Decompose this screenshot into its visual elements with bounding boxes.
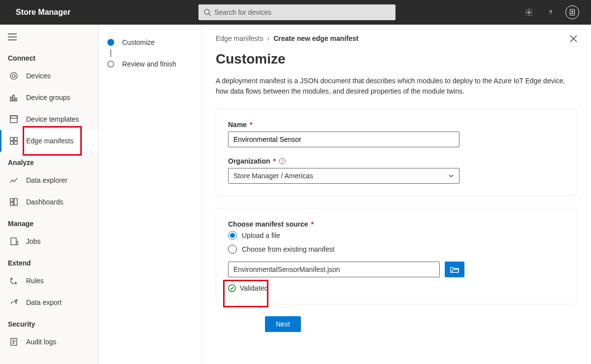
radio-checked-icon [228,231,237,240]
help-button[interactable]: ? [540,1,561,23]
svg-rect-22 [14,199,17,205]
svg-rect-14 [15,98,17,101]
nav-item-devices[interactable]: Devices [0,65,98,87]
svg-point-10 [10,72,17,79]
svg-point-2 [528,11,530,14]
file-name-display: EnvironmentalSensorManifest.json [228,262,440,277]
nav-item-audit-logs[interactable]: Audit logs [0,331,98,353]
step-label: Review and finish [122,60,176,68]
avatar-icon [568,8,577,17]
next-button[interactable]: Next [265,316,301,332]
source-label-text: Choose manifest source [228,220,308,228]
page-description: A deployment manifest is a JSON document… [216,76,577,97]
nav-item-label: Dashboards [26,198,64,206]
rules-icon [9,276,18,285]
data-export-icon [9,298,18,307]
svg-rect-24 [11,238,16,245]
close-button[interactable] [566,32,580,45]
nav-item-rules[interactable]: Rules [0,270,98,292]
account-button[interactable] [561,1,583,23]
org-label-text: Organization [228,157,270,165]
step-bullet-pending [107,61,114,67]
nav-toggle[interactable] [0,29,98,47]
help-icon: ? [546,8,555,17]
required-asterisk: * [311,220,314,228]
nav-section-security: Security [0,313,98,331]
radio-existing-manifest[interactable]: Choose from existing manifest [228,245,565,254]
nav-item-label: Data explorer [26,176,67,184]
radio-upload-file[interactable]: Upload a file [228,231,565,240]
step-customize[interactable]: Customize [107,35,193,49]
search-wrapper [198,4,395,20]
nav-item-device-groups[interactable]: Device groups [0,87,98,108]
svg-rect-16 [10,116,17,118]
step-review[interactable]: Review and finish [107,57,193,71]
svg-rect-20 [14,141,17,144]
name-input[interactable] [228,132,460,147]
page-title: Customize [216,51,577,67]
card-manifest-source: Choose manifest source * Upload a file C… [216,208,577,304]
svg-point-36 [282,159,283,160]
breadcrumb-root[interactable]: Edge manifests [216,34,263,42]
search-input[interactable] [198,4,395,20]
audit-logs-icon [9,337,18,346]
close-icon [570,35,577,42]
org-label: Organization * [228,157,565,165]
browse-button[interactable] [445,262,464,277]
chevron-down-icon [448,173,454,179]
edge-manifests-icon [9,136,18,145]
steps-panel: Customize Review and finish [98,25,202,364]
nav-item-label: Data export [26,298,62,306]
device-templates-icon [9,115,18,124]
breadcrumb-current: Create new edge manifest [273,34,359,42]
nav-item-device-templates[interactable]: Device templates [0,108,98,130]
main-panel: Edge manifests › Create new edge manifes… [202,25,591,364]
jobs-icon [9,237,18,246]
gear-icon [525,8,533,17]
devices-icon [9,71,18,80]
nav-section-analyze: Analyze [0,152,98,169]
breadcrumb-separator: › [267,34,270,42]
svg-point-11 [12,74,15,77]
svg-rect-15 [10,116,17,123]
nav-item-data-explorer[interactable]: Data explorer [0,169,98,191]
breadcrumb: Edge manifests › Create new edge manifes… [216,34,577,42]
device-groups-icon [9,93,18,102]
required-asterisk: * [250,121,252,129]
info-icon[interactable] [279,158,286,165]
step-connector [110,49,111,57]
nav-item-label: Audit logs [26,338,56,346]
svg-rect-12 [10,97,12,101]
svg-rect-18 [14,137,17,140]
hamburger-icon [8,33,17,40]
svg-rect-23 [10,202,13,205]
nav-section-connect: Connect [0,47,98,65]
svg-text:?: ? [549,9,552,15]
data-explorer-icon [9,176,18,185]
nav-item-data-export[interactable]: Data export [0,292,98,313]
radio-label: Upload a file [242,232,280,239]
checkmark-circle-icon [228,284,236,292]
validated-status: Validated [228,284,565,292]
dashboards-icon [9,198,18,206]
nav-item-dashboards[interactable]: Dashboards [0,191,98,213]
nav-item-edge-manifests[interactable]: Edge manifests [0,130,98,152]
nav-item-label: Rules [26,277,44,285]
nav-item-label: Device templates [26,115,79,123]
name-label: Name * [228,121,565,129]
required-asterisk: * [273,157,276,165]
settings-button[interactable] [518,1,540,23]
nav-item-jobs[interactable]: Jobs [0,231,98,252]
folder-open-icon [450,266,459,273]
validated-text: Validated [240,284,268,292]
card-basic-info: Name * Organization * Store Manager / Am… [216,108,577,196]
svg-rect-17 [10,137,13,140]
name-label-text: Name [228,121,247,129]
app-title: Store Manager [16,8,70,17]
svg-point-0 [204,9,209,14]
org-select[interactable]: Store Manager / Americas [228,168,460,184]
top-bar: Store Manager ? [0,0,591,25]
avatar [565,5,579,19]
step-bullet-active [107,39,114,46]
nav-item-label: Devices [26,72,51,80]
